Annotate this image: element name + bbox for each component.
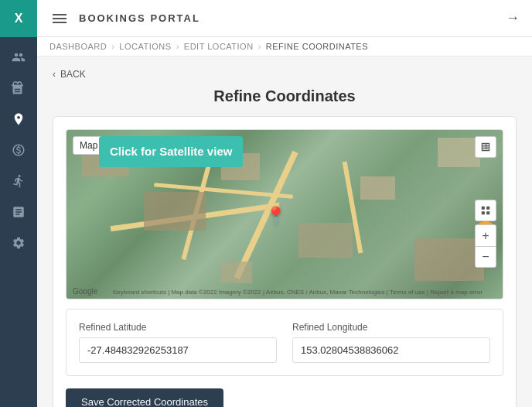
map-building-6	[414, 238, 484, 281]
breadcrumb-sep-2: ›	[176, 42, 179, 51]
latitude-input[interactable]	[79, 337, 277, 363]
page-content: ‹ BACK Refine Coordinates	[37, 56, 532, 407]
map-building-8	[438, 138, 480, 167]
breadcrumb-current: REFINE COORDINATES	[266, 42, 368, 51]
main-content: BOOKINGS PORTAL → DASHBOARD › LOCATIONS …	[37, 0, 532, 407]
map-layers-button[interactable]	[475, 200, 496, 221]
back-arrow-icon: ‹	[53, 69, 56, 80]
form-row: Refined Latitude Refined Longitude	[79, 322, 490, 363]
map-copyright: Keyboard shortcuts | Map data ©2022 Imag…	[113, 289, 483, 296]
sidebar-item-reports[interactable]	[3, 198, 34, 226]
map-building-7	[221, 262, 252, 283]
sidebar-item-analytics[interactable]	[3, 136, 34, 164]
sidebar-item-locations[interactable]	[3, 105, 34, 133]
breadcrumb-edit-location[interactable]: EDIT LOCATION	[184, 42, 254, 51]
back-label: BACK	[60, 69, 86, 80]
map-building-2	[144, 192, 206, 231]
sidebar-item-people[interactable]	[3, 167, 34, 195]
longitude-label: Refined Longitude	[292, 322, 490, 333]
breadcrumb-sep-1: ›	[111, 42, 114, 51]
back-button[interactable]: ‹ BACK	[53, 69, 517, 80]
sidebar-item-users[interactable]	[3, 43, 34, 71]
save-coordinates-button[interactable]: Save Corrected Coordinates	[66, 388, 223, 407]
sidebar-logo: X	[0, 0, 37, 37]
map-building-4	[298, 223, 353, 258]
map-zoom-in[interactable]: +	[475, 224, 496, 246]
hamburger-menu[interactable]	[49, 11, 70, 26]
header: BOOKINGS PORTAL →	[37, 0, 532, 37]
header-title: BOOKINGS PORTAL	[79, 12, 200, 24]
map-container[interactable]: Map Click for Satellite view 📍	[66, 129, 503, 299]
coordinates-form: Refined Latitude Refined Longitude	[66, 309, 503, 376]
longitude-group: Refined Longitude	[292, 322, 490, 363]
breadcrumb: DASHBOARD › LOCATIONS › EDIT LOCATION › …	[37, 37, 532, 56]
sidebar-item-settings[interactable]	[3, 229, 34, 257]
sidebar-nav	[0, 43, 37, 266]
latitude-label: Refined Latitude	[79, 322, 277, 333]
breadcrumb-sep-3: ›	[258, 42, 261, 51]
map-pin: 📍	[265, 206, 286, 226]
sidebar: X	[0, 0, 37, 407]
map-building-5	[360, 176, 395, 200]
map-zoom-controls: + −	[475, 224, 496, 268]
page-title: Refine Coordinates	[53, 87, 517, 105]
breadcrumb-locations[interactable]: LOCATIONS	[119, 42, 171, 51]
map-google-logo: Google	[73, 287, 97, 296]
map-card: Map Click for Satellite view 📍	[53, 116, 517, 407]
logout-button[interactable]: →	[506, 10, 520, 26]
latitude-group: Refined Latitude	[79, 322, 277, 363]
map-expand-button[interactable]	[475, 136, 496, 158]
map-zoom-out[interactable]: −	[475, 246, 496, 268]
longitude-input[interactable]	[292, 337, 490, 363]
breadcrumb-dashboard[interactable]: DASHBOARD	[49, 42, 107, 51]
sidebar-item-bookings[interactable]	[3, 74, 34, 102]
satellite-view-tooltip[interactable]: Click for Satellite view	[99, 136, 243, 167]
